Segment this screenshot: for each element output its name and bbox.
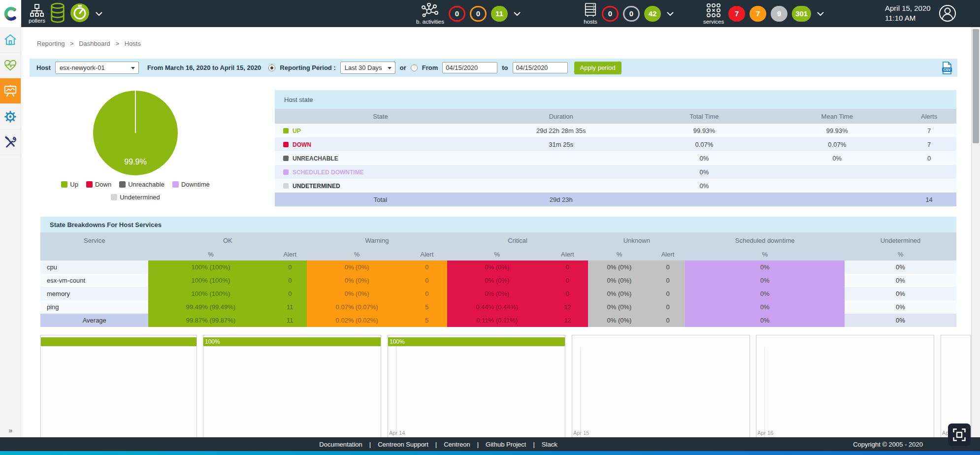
service-name[interactable]: ping (40, 300, 148, 314)
table-row-unreachable: UNREACHABLE 0% 0% 0 (275, 151, 956, 165)
timeline-panel-3: 100% (388, 335, 565, 437)
footer-link-github-project[interactable]: Github Project (486, 441, 526, 448)
cell-undetermined-pct: 0% (845, 260, 956, 274)
service-row-ping: ping 99.49% (99.49%) 11 0.07% (0.07%) 5 … (40, 300, 956, 314)
hosts-down-badge[interactable]: 0 (602, 6, 619, 22)
services-status-group: services 7 7 9 301 (703, 0, 824, 27)
pollers-chevron[interactable] (96, 12, 102, 16)
host-select-value: esx-newyork-01 (60, 64, 105, 71)
hosts-status-group: hosts 0 0 42 (584, 0, 674, 27)
cell-warning-pct: 0% (0%) (307, 274, 407, 287)
legend-item-up: Up (61, 181, 78, 188)
timeline-gridline (764, 347, 765, 437)
timeline-bar: 100% (203, 337, 381, 346)
vertical-scrollbar[interactable] (971, 27, 980, 437)
services-chevron[interactable] (817, 12, 824, 16)
col-duration: Duration (486, 109, 636, 124)
legend-swatch-down (86, 181, 93, 188)
services-ok-badge[interactable]: 301 (792, 6, 811, 22)
state-cell: DOWN (275, 137, 486, 151)
breadcrumb-hosts[interactable]: Hosts (125, 40, 141, 47)
footer-link-slack[interactable]: Slack (542, 441, 557, 448)
sidebar-item-home[interactable] (0, 27, 21, 53)
footer-separator: | (369, 441, 371, 448)
fullscreen-icon (953, 428, 966, 441)
services-warning-badge[interactable]: 7 (750, 6, 766, 22)
hosts-unreachable-badge[interactable]: 0 (623, 6, 640, 22)
service-row-esx-vm-count: esx-vm-count 100% (100%) 0 0% (0%) 0 0% … (40, 274, 956, 287)
cell-downtime-pct: 0% (685, 314, 845, 327)
footer-link-documentation[interactable]: Documentation (319, 441, 362, 448)
cell-mean-time: 99.93% (772, 124, 902, 137)
centreon-logo[interactable] (0, 0, 21, 27)
sidebar-item-monitoring[interactable] (0, 53, 21, 78)
timeline-panel-4 (572, 335, 750, 437)
scrollbar-thumb[interactable] (973, 29, 979, 143)
apply-period-button[interactable]: Apply period (574, 62, 621, 74)
database-status[interactable] (50, 2, 65, 26)
services-unknown-badge[interactable]: 9 (771, 6, 787, 22)
cell-total-time: 0% (636, 151, 773, 165)
legend-item-downtime: Downtime (172, 181, 210, 188)
hosts-chevron[interactable] (667, 12, 674, 16)
csv-file-icon: CSV (942, 62, 952, 74)
latency-status[interactable] (70, 3, 90, 25)
export-csv-button[interactable]: CSV (942, 62, 952, 76)
sidebar-item-configuration[interactable] (0, 104, 21, 130)
service-name[interactable]: esx-vm-count (40, 274, 148, 287)
activities-warning-badge[interactable]: 0 (470, 6, 487, 22)
hosts-up-badge[interactable]: 42 (644, 6, 661, 22)
to-date-input[interactable] (513, 62, 568, 73)
legend-item-undetermined: Undetermined (111, 194, 160, 201)
activities-chevron[interactable] (514, 12, 521, 16)
subcol-warning-pct: % (307, 248, 407, 260)
from-date-input[interactable] (442, 62, 497, 73)
col-total-time: Total Time (636, 109, 773, 124)
sidebar-item-reporting[interactable] (0, 78, 21, 104)
timeline-date-label: Apr 15 (573, 430, 589, 436)
reporting-period-radio[interactable] (268, 65, 275, 71)
subcol-empty (40, 248, 148, 260)
cell-ok-alert: 11 (273, 300, 307, 314)
sidebar-expand-toggle[interactable]: » (0, 426, 21, 434)
filter-bar: Host esx-newyork-01 From March 16, 2020 … (30, 59, 957, 77)
col-undetermined: Undetermined (845, 232, 956, 248)
pollers-menu[interactable]: pollers (29, 4, 45, 24)
service-name[interactable]: cpu (40, 260, 148, 274)
col-mean-time: Mean Time (772, 109, 902, 124)
state-breakdowns-title: State Breakdowns For Host Services (40, 217, 956, 232)
col-service: Service (40, 232, 148, 248)
service-name[interactable]: memory (40, 287, 148, 300)
footer-link-centreon[interactable]: Centreon (444, 441, 470, 448)
activities-critical-badge[interactable]: 0 (449, 6, 465, 22)
user-menu[interactable] (939, 4, 956, 24)
services-menu[interactable]: services (703, 3, 724, 25)
state-breakdowns-panel: State Breakdowns For Host Services Servi… (40, 217, 956, 327)
hosts-label: hosts (584, 19, 597, 25)
activities-ok-badge[interactable]: 11 (491, 6, 508, 22)
svg-text:CSV: CSV (944, 68, 951, 71)
caret-down-icon[interactable] (966, 426, 971, 430)
copyright-text: Copyright © 2005 - 2020 (853, 441, 923, 448)
col-scheduled-downtime: Scheduled downtime (685, 232, 845, 248)
cell-unknown-alert: 0 (651, 287, 686, 300)
cell-critical-alert: 0 (547, 260, 588, 274)
cell-critical-alert: 0 (547, 274, 588, 287)
custom-period-radio[interactable] (411, 65, 418, 71)
activities-menu[interactable]: b. activities (416, 3, 444, 25)
cell-duration (486, 151, 636, 165)
pie-down-sliver (135, 91, 136, 133)
host-select[interactable]: esx-newyork-01 (55, 62, 139, 74)
cell-critical-pct: 0.44% (0.44%) (447, 300, 547, 314)
chevron-down-icon (667, 12, 674, 16)
timeline-bar (41, 337, 196, 346)
period-select[interactable]: Last 30 Days (340, 62, 395, 74)
cell-critical-pct: 0% (0%) (447, 274, 547, 287)
breadcrumb-reporting[interactable]: Reporting (37, 40, 65, 47)
hosts-menu[interactable]: hosts (584, 3, 597, 25)
footer-link-centreon-support[interactable]: Centreon Support (378, 441, 428, 448)
breadcrumb-dashboard[interactable]: Dashboard (79, 40, 110, 47)
sidebar-item-administration[interactable] (0, 130, 21, 155)
services-critical-badge[interactable]: 7 (728, 6, 745, 22)
legend-item-down: Down (86, 181, 111, 188)
